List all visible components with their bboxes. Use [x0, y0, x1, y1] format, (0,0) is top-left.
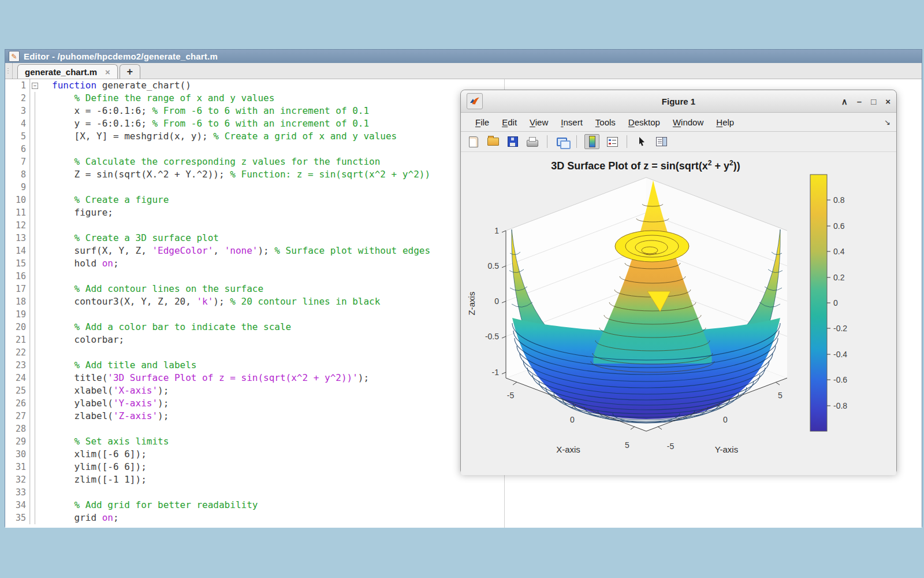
- y-axis-label: Y-axis: [715, 444, 738, 454]
- insert-legend-icon[interactable]: [605, 135, 619, 149]
- minimize-button[interactable]: –: [857, 97, 862, 106]
- toolbar-separator: [576, 135, 577, 148]
- menu-edit[interactable]: Edit: [495, 117, 523, 127]
- svg-text:-0.8: -0.8: [833, 401, 847, 410]
- save-icon[interactable]: [506, 135, 520, 149]
- code-line[interactable]: 33: [5, 486, 922, 499]
- editor-title: Editor - /puhome/hpcdemo2/generate_chart…: [24, 51, 218, 61]
- colorbar: 0.8 0.6 0.4 0.2 0 -0.2 -0.4 -0.6 -0.8: [810, 175, 847, 431]
- figure-title: Figure 1: [461, 97, 896, 106]
- svg-text:1: 1: [494, 226, 499, 235]
- figure-toolbar: [461, 132, 896, 152]
- svg-text:-0.4: -0.4: [833, 350, 847, 359]
- menu-desktop[interactable]: Desktop: [622, 117, 666, 127]
- svg-text:0.5: 0.5: [488, 261, 500, 271]
- editor-tabstrip: generate_chart.m × +: [5, 63, 922, 79]
- menu-help[interactable]: Help: [710, 117, 740, 127]
- close-button[interactable]: ×: [885, 97, 891, 106]
- plot-title: 3D Surface Plot of z = sin(sqrt(x2 + y2)…: [461, 159, 830, 172]
- svg-text:0: 0: [494, 297, 499, 306]
- shade-button[interactable]: ∧: [841, 97, 848, 106]
- menu-file[interactable]: File: [469, 117, 495, 127]
- svg-text:5: 5: [778, 391, 783, 400]
- figure-window-controls: ∧ – □ ×: [841, 97, 891, 106]
- tab-close-icon[interactable]: ×: [105, 67, 110, 77]
- dock-arrow-icon[interactable]: ↘: [884, 118, 891, 127]
- tab-generate-chart[interactable]: generate_chart.m ×: [17, 64, 118, 79]
- link-plot-icon[interactable]: [555, 135, 569, 149]
- svg-text:-1: -1: [492, 368, 500, 377]
- new-tab-button[interactable]: +: [120, 64, 140, 79]
- menu-view[interactable]: View: [523, 117, 554, 127]
- print-icon[interactable]: [526, 135, 539, 149]
- svg-text:-0.5: -0.5: [485, 332, 499, 341]
- editor-pencil-icon: ✎: [9, 51, 20, 62]
- x-axis-label: X-axis: [556, 444, 580, 454]
- code-line[interactable]: 32 zlim([-1 1]);: [5, 473, 922, 486]
- svg-text:0.8: 0.8: [833, 195, 845, 205]
- figure-canvas: 3D Surface Plot of z = sin(sqrt(x2 + y2)…: [461, 152, 896, 475]
- figure-menubar: FileEditViewInsertToolsDesktopWindowHelp…: [461, 113, 896, 132]
- matlab-logo-icon: [467, 93, 483, 109]
- code-line[interactable]: 35 grid on;: [5, 512, 922, 524]
- svg-text:-5: -5: [667, 442, 675, 451]
- svg-text:0.2: 0.2: [833, 273, 845, 282]
- svg-text:5: 5: [625, 440, 629, 450]
- toolbar-separator: [627, 135, 627, 148]
- tab-label: generate_chart.m: [25, 67, 97, 77]
- svg-text:-5: -5: [507, 391, 515, 400]
- figure-titlebar[interactable]: Figure 1 ∧ – □ ×: [461, 90, 896, 113]
- code-line[interactable]: 34 % Add grid for better readability: [5, 499, 922, 512]
- property-editor-icon[interactable]: [654, 135, 668, 149]
- maximize-button[interactable]: □: [871, 97, 876, 106]
- new-file-icon[interactable]: [467, 135, 480, 149]
- figure-window: Figure 1 ∧ – □ × FileEditViewInsertTools…: [460, 90, 897, 473]
- editor-titlebar[interactable]: ✎ Editor - /puhome/hpcdemo2/generate_cha…: [5, 50, 922, 63]
- z-axis-label: Z-axis: [467, 292, 476, 316]
- menu-insert[interactable]: Insert: [554, 117, 589, 127]
- edit-plot-cursor-icon[interactable]: [635, 135, 649, 149]
- svg-text:-0.2: -0.2: [833, 324, 847, 333]
- insert-colorbar-icon[interactable]: [584, 134, 599, 149]
- surface-plot: 1 0.5 0 -0.5 -1 -5 0 5 -5 0 5 X-axis Y-a…: [461, 152, 897, 475]
- open-file-icon[interactable]: [486, 135, 500, 149]
- svg-text:0.4: 0.4: [833, 247, 845, 256]
- toolbar-separator: [547, 135, 547, 148]
- svg-text:-0.6: -0.6: [833, 375, 847, 384]
- svg-text:0: 0: [723, 415, 728, 424]
- svg-text:0: 0: [570, 415, 575, 424]
- svg-text:0.6: 0.6: [833, 221, 845, 231]
- tabstrip-grip: [5, 63, 13, 79]
- menu-tools[interactable]: Tools: [589, 117, 622, 127]
- menu-window[interactable]: Window: [666, 117, 710, 127]
- svg-text:0: 0: [833, 298, 838, 307]
